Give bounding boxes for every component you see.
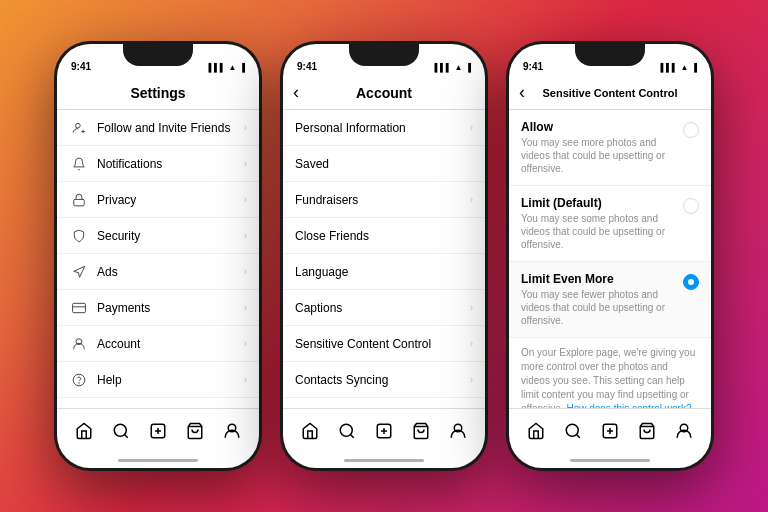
scc-allow-radio[interactable] xyxy=(683,122,699,138)
settings-item-about[interactable]: About › xyxy=(57,398,259,408)
account-item-sensitive[interactable]: Sensitive Content Control › xyxy=(283,326,485,362)
svg-point-24 xyxy=(566,424,578,436)
account-item-contacts[interactable]: Contacts Syncing › xyxy=(283,362,485,398)
captions-chevron: › xyxy=(470,302,473,313)
follow-chevron: › xyxy=(244,122,247,133)
account-item-sharing[interactable]: Sharing to Other Apps › xyxy=(283,398,485,408)
scc-back-button[interactable]: ‹ xyxy=(519,82,525,103)
personal-info-chevron: › xyxy=(470,122,473,133)
signal-icon: ▌▌▌ xyxy=(208,63,225,72)
settings-nav-bar: Settings xyxy=(57,76,259,110)
settings-content[interactable]: Follow and Invite Friends › Notification… xyxy=(57,110,259,408)
svg-rect-1 xyxy=(74,199,85,205)
shop-nav-icon[interactable] xyxy=(180,416,210,446)
close-friends-label: Close Friends xyxy=(295,229,473,243)
profile-nav-icon-2[interactable] xyxy=(443,416,473,446)
notch xyxy=(123,44,193,66)
scc-option-allow[interactable]: Allow You may see more photos and videos… xyxy=(509,110,711,186)
account-item-captions[interactable]: Captions › xyxy=(283,290,485,326)
help-icon xyxy=(69,373,89,387)
status-time-1: 9:41 xyxy=(71,61,91,72)
scc-limit-default-desc: You may see some photos and videos that … xyxy=(521,212,675,251)
home-nav-icon-3[interactable] xyxy=(521,416,551,446)
ads-label: Ads xyxy=(97,265,244,279)
status-icons-2: ▌▌▌ ▲ ▐ xyxy=(434,63,471,72)
profile-nav-icon[interactable] xyxy=(217,416,247,446)
scc-limit-default-radio[interactable] xyxy=(683,198,699,214)
scc-footer-text: On your Explore page, we're giving you m… xyxy=(521,347,695,408)
account-item-close-friends[interactable]: Close Friends xyxy=(283,218,485,254)
captions-label: Captions xyxy=(295,301,470,315)
settings-item-account[interactable]: Account › xyxy=(57,326,259,362)
sensitive-chevron: › xyxy=(470,338,473,349)
fundraisers-chevron: › xyxy=(470,194,473,205)
ads-icon xyxy=(69,265,89,279)
search-nav-icon-2[interactable] xyxy=(332,416,362,446)
notch-3 xyxy=(575,44,645,66)
add-nav-icon[interactable] xyxy=(143,416,173,446)
scc-option-limit-more[interactable]: Limit Even More You may see fewer photos… xyxy=(509,262,711,338)
scc-allow-desc: You may see more photos and videos that … xyxy=(521,136,675,175)
signal-icon-2: ▌▌▌ xyxy=(434,63,451,72)
account-nav-bar: ‹ Account xyxy=(283,76,485,110)
signal-icon-3: ▌▌▌ xyxy=(660,63,677,72)
notifications-icon xyxy=(69,157,89,171)
account-back-button[interactable]: ‹ xyxy=(293,82,299,103)
account-item-personal[interactable]: Personal Information › xyxy=(283,110,485,146)
phone-sensitive-content: 9:41 ▌▌▌ ▲ ▐ ‹ Sensitive Content Control… xyxy=(506,41,714,471)
home-nav-icon[interactable] xyxy=(69,416,99,446)
account-item-saved[interactable]: Saved xyxy=(283,146,485,182)
account-label: Account xyxy=(97,337,244,351)
payments-icon xyxy=(69,301,89,315)
bottom-nav-1 xyxy=(57,408,259,452)
search-nav-icon-3[interactable] xyxy=(558,416,588,446)
wifi-icon-2: ▲ xyxy=(454,63,462,72)
settings-item-help[interactable]: Help › xyxy=(57,362,259,398)
scc-footer: On your Explore page, we're giving you m… xyxy=(509,338,711,408)
status-time-3: 9:41 xyxy=(523,61,543,72)
search-nav-icon[interactable] xyxy=(106,416,136,446)
settings-item-privacy[interactable]: Privacy › xyxy=(57,182,259,218)
add-nav-icon-2[interactable] xyxy=(369,416,399,446)
account-item-fundraisers[interactable]: Fundraisers › xyxy=(283,182,485,218)
scc-content[interactable]: Allow You may see more photos and videos… xyxy=(509,110,711,408)
payments-label: Payments xyxy=(97,301,244,315)
phone-account: 9:41 ▌▌▌ ▲ ▐ ‹ Account Personal Informat… xyxy=(280,41,488,471)
svg-rect-2 xyxy=(73,303,86,312)
svg-line-25 xyxy=(576,434,579,437)
account-title: Account xyxy=(356,85,412,101)
scc-nav-bar: ‹ Sensitive Content Control xyxy=(509,76,711,110)
scc-allow-title: Allow xyxy=(521,120,675,134)
help-chevron: › xyxy=(244,374,247,385)
settings-item-ads[interactable]: Ads › xyxy=(57,254,259,290)
settings-item-payments[interactable]: Payments › xyxy=(57,290,259,326)
account-content[interactable]: Personal Information › Saved Fundraisers… xyxy=(283,110,485,408)
scc-option-limit-default[interactable]: Limit (Default) You may see some photos … xyxy=(509,186,711,262)
payments-chevron: › xyxy=(244,302,247,313)
svg-point-17 xyxy=(340,424,352,436)
scc-limit-more-radio[interactable] xyxy=(683,274,699,290)
follow-label: Follow and Invite Friends xyxy=(97,121,244,135)
battery-icon: ▐ xyxy=(239,63,245,72)
phone-settings: 9:41 ▌▌▌ ▲ ▐ Settings Follow and Invite … xyxy=(54,41,262,471)
settings-item-security[interactable]: Security › xyxy=(57,218,259,254)
shop-nav-icon-3[interactable] xyxy=(632,416,662,446)
sensitive-label: Sensitive Content Control xyxy=(295,337,470,351)
security-chevron: › xyxy=(244,230,247,241)
home-nav-icon-2[interactable] xyxy=(295,416,325,446)
personal-info-label: Personal Information xyxy=(295,121,470,135)
home-indicator-1 xyxy=(57,452,259,468)
settings-item-follow[interactable]: Follow and Invite Friends › xyxy=(57,110,259,146)
shop-nav-icon-2[interactable] xyxy=(406,416,436,446)
bottom-nav-2 xyxy=(283,408,485,452)
battery-icon-2: ▐ xyxy=(465,63,471,72)
account-item-language[interactable]: Language xyxy=(283,254,485,290)
profile-nav-icon-3[interactable] xyxy=(669,416,699,446)
settings-title: Settings xyxy=(130,85,185,101)
scc-limit-default-text: Limit (Default) You may see some photos … xyxy=(521,196,675,251)
settings-item-notifications[interactable]: Notifications › xyxy=(57,146,259,182)
svg-point-10 xyxy=(114,424,126,436)
fundraisers-label: Fundraisers xyxy=(295,193,470,207)
add-nav-icon-3[interactable] xyxy=(595,416,625,446)
follow-icon xyxy=(69,121,89,135)
